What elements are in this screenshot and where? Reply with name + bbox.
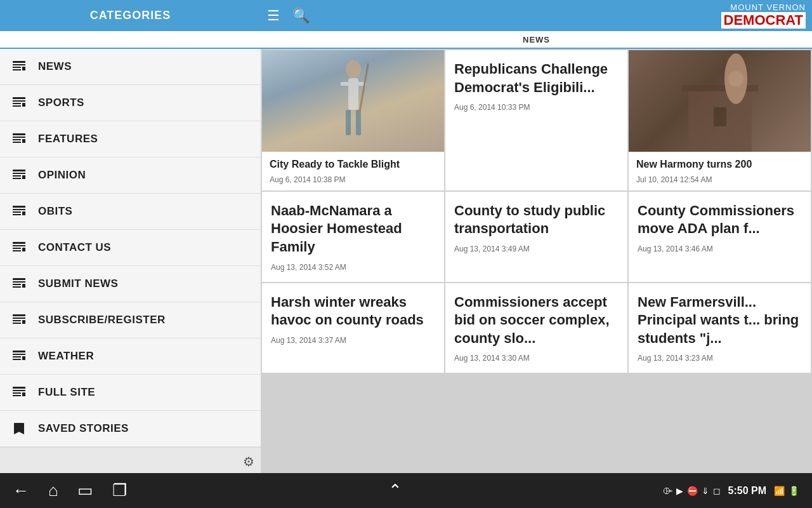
svg-rect-49 [22, 392, 25, 396]
article-card-commissioners-soccer[interactable]: Commissioners accept bid on soccer compl… [445, 283, 627, 373]
sidebar-item-news[interactable]: NEWS [0, 49, 261, 85]
sidebar-item-sports[interactable]: SPORTS [0, 85, 261, 121]
article-card-city-blight[interactable]: City Ready to Tackle Blight Aug 6, 2014 … [262, 50, 444, 190]
article-title-county-transport: County to study public transportation [454, 202, 619, 238]
article-card-republicans[interactable]: Republicans Challenge Democrat's Eligibi… [445, 50, 627, 190]
battery-icon: 🔋 [789, 486, 799, 496]
article-card-harsh-winter[interactable]: Harsh winter wreaks havoc on county road… [262, 283, 444, 373]
article-card-farmersville[interactable]: New Farmersvill... Principal wants t... … [629, 283, 811, 373]
svg-rect-22 [13, 211, 21, 213]
svg-rect-43 [13, 359, 21, 360]
svg-rect-28 [13, 250, 21, 251]
sports-icon [10, 94, 28, 112]
download-icon: ⇓ [702, 486, 709, 496]
svg-rect-46 [13, 390, 25, 391]
hamburger-menu-icon[interactable]: ☰ [267, 8, 280, 24]
article-date-naab: Aug 13, 2014 3:52 AM [271, 263, 435, 272]
svg-rect-31 [13, 281, 25, 283]
sidebar-item-weather[interactable]: WEATHER [0, 338, 261, 375]
brand-top: MOUNT VERNON [730, 3, 806, 12]
sidebar-item-obits[interactable]: OBITS [0, 194, 261, 230]
svg-rect-54 [346, 110, 351, 135]
article-date-commissioners-ada: Aug 13, 2014 3:46 AM [638, 244, 802, 253]
svg-rect-0 [13, 61, 25, 63]
brand-bottom: DEMOCRAT [721, 12, 806, 29]
svg-rect-35 [13, 314, 25, 316]
svg-rect-32 [13, 284, 21, 285]
back-button[interactable]: ← [13, 481, 29, 500]
svg-rect-47 [13, 392, 21, 394]
svg-rect-34 [22, 284, 25, 288]
wifi-icon: 📶 [774, 486, 785, 496]
svg-point-50 [346, 60, 361, 78]
svg-rect-15 [13, 170, 25, 171]
recents-button[interactable]: ▭ [77, 481, 93, 500]
svg-rect-61 [714, 107, 726, 126]
article-title-commissioners-soccer: Commissioners accept bid on soccer compl… [454, 293, 619, 348]
up-chevron-icon[interactable]: ⌃ [388, 481, 402, 500]
svg-point-60 [728, 71, 743, 86]
svg-rect-52 [341, 82, 350, 86]
svg-rect-23 [13, 214, 21, 215]
settings-icon[interactable]: ⚙ [243, 454, 254, 469]
article-date-harsh-winter: Aug 13, 2014 3:37 AM [271, 336, 435, 345]
svg-rect-13 [13, 142, 21, 143]
sidebar-item-opinion[interactable]: OPINION [0, 157, 261, 194]
sidebar: NEWS SPORTS FEATURES OPINION [0, 49, 261, 473]
svg-rect-18 [13, 178, 21, 179]
sidebar-label-subscribe: SUBSCRIBE/REGISTER [38, 314, 166, 326]
news-icon [10, 58, 28, 76]
svg-rect-25 [13, 242, 25, 244]
article-title-farmersville: New Farmersvill... Principal wants t... … [638, 293, 802, 348]
article-date-commissioners-soccer: Aug 13, 2014 3:30 AM [454, 354, 619, 363]
svg-rect-16 [13, 173, 25, 174]
full-site-icon [10, 384, 28, 401]
search-icon[interactable]: 🔍 [292, 8, 310, 24]
article-title-commissioners-ada: County Commissioners move ADA plan f... [638, 202, 802, 238]
article-date-city-blight: Aug 6, 2014 10:38 PM [270, 175, 436, 184]
sidebar-label-full-site: FULL SITE [38, 386, 95, 399]
svg-rect-42 [13, 356, 21, 358]
sidebar-label-opinion: OPINION [38, 169, 86, 182]
svg-rect-33 [13, 286, 21, 288]
svg-rect-44 [22, 356, 25, 360]
sidebar-item-submit-news[interactable]: SUBMIT NEWS [0, 266, 261, 302]
news-section-label: NEWS [523, 35, 550, 44]
svg-rect-39 [22, 320, 25, 324]
sidebar-item-subscribe[interactable]: SUBSCRIBE/REGISTER [0, 302, 261, 338]
svg-rect-41 [13, 354, 25, 355]
svg-rect-37 [13, 320, 21, 321]
screenshot-button[interactable]: ❐ [112, 481, 127, 500]
svg-rect-4 [22, 67, 25, 70]
home-button[interactable]: ⌂ [48, 481, 58, 500]
svg-rect-2 [13, 67, 21, 68]
svg-rect-55 [356, 110, 361, 135]
article-date-county-transport: Aug 13, 2014 3:49 AM [454, 244, 619, 253]
article-card-naab[interactable]: Naab-McNamara a Hoosier Homestead Family… [262, 192, 444, 282]
svg-rect-40 [13, 351, 25, 352]
article-date-republicans: Aug 6, 2014 10:33 PM [454, 103, 619, 112]
status-icons: ⌱ ▶ ⛔ ⇓ ◻ [664, 486, 721, 496]
features-icon [10, 130, 28, 148]
svg-rect-29 [22, 248, 25, 251]
sidebar-label-saved-stories: SAVED STORIES [38, 422, 129, 435]
article-card-county-transport[interactable]: County to study public transportation Au… [445, 192, 627, 282]
svg-rect-7 [13, 103, 21, 104]
status-time: 5:50 PM [728, 485, 766, 497]
contact-us-icon [10, 239, 28, 257]
article-image-new-harmony [629, 50, 811, 152]
svg-rect-5 [13, 97, 25, 99]
sidebar-item-full-site[interactable]: FULL SITE [0, 375, 261, 411]
article-title-city-blight: City Ready to Tackle Blight [270, 158, 436, 171]
sidebar-item-contact-us[interactable]: CONTACT US [0, 230, 261, 266]
svg-rect-20 [13, 206, 25, 208]
article-card-new-harmony[interactable]: New Harmony turns 200 Jul 10, 2014 12:54… [629, 50, 811, 190]
opinion-icon [10, 166, 28, 184]
sidebar-label-contact-us: CONTACT US [38, 241, 111, 254]
article-card-commissioners-ada[interactable]: County Commissioners move ADA plan f... … [629, 192, 811, 282]
sidebar-item-features[interactable]: FEATURES [0, 121, 261, 157]
usb-icon: ⌱ [664, 486, 672, 496]
svg-rect-45 [13, 387, 25, 389]
svg-rect-27 [13, 248, 21, 249]
sidebar-item-saved-stories[interactable]: SAVED STORIES [0, 411, 261, 447]
